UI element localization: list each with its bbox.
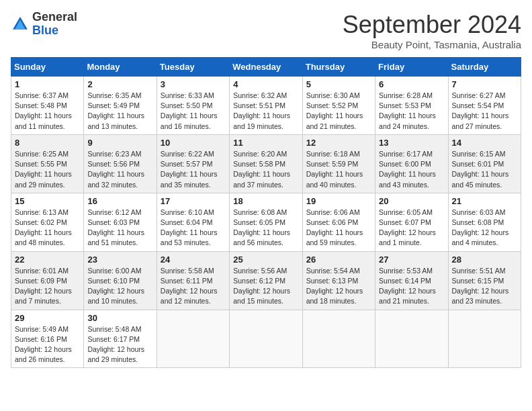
col-thursday: Thursday bbox=[302, 58, 375, 77]
day-detail: Sunrise: 5:51 AMSunset: 6:15 PMDaylight:… bbox=[452, 266, 517, 307]
day-detail: Sunrise: 5:48 AMSunset: 6:17 PMDaylight:… bbox=[87, 324, 152, 365]
col-tuesday: Tuesday bbox=[157, 58, 229, 77]
empty-cell bbox=[302, 310, 375, 368]
day-detail: Sunrise: 6:01 AMSunset: 6:09 PMDaylight:… bbox=[15, 266, 80, 307]
day-number: 13 bbox=[379, 138, 444, 148]
week-row: 8 Sunrise: 6:25 AMSunset: 5:55 PMDayligh… bbox=[11, 134, 521, 193]
day-detail: Sunrise: 5:56 AMSunset: 6:12 PMDaylight:… bbox=[233, 266, 298, 307]
title-block: September 2024 Beauty Point, Tasmania, A… bbox=[343, 11, 521, 50]
day-detail: Sunrise: 6:03 AMSunset: 6:08 PMDaylight:… bbox=[452, 208, 517, 248]
day-cell: 6 Sunrise: 6:28 AMSunset: 5:53 PMDayligh… bbox=[375, 77, 448, 135]
day-number: 5 bbox=[306, 79, 371, 89]
page-header: General Blue September 2024 Beauty Point… bbox=[11, 11, 521, 50]
month-title: September 2024 bbox=[343, 11, 521, 39]
day-number: 20 bbox=[379, 196, 444, 206]
week-row: 15 Sunrise: 6:13 AMSunset: 6:02 PMDaylig… bbox=[11, 193, 521, 251]
day-detail: Sunrise: 6:23 AMSunset: 5:56 PMDaylight:… bbox=[87, 149, 152, 190]
day-cell: 20 Sunrise: 6:05 AMSunset: 6:07 PMDaylig… bbox=[375, 193, 448, 251]
logo-general: General bbox=[32, 10, 77, 24]
day-cell: 25 Sunrise: 5:56 AMSunset: 6:12 PMDaylig… bbox=[230, 251, 302, 310]
day-number: 25 bbox=[233, 255, 298, 265]
day-number: 28 bbox=[452, 255, 517, 265]
day-detail: Sunrise: 5:49 AMSunset: 6:16 PMDaylight:… bbox=[15, 324, 80, 365]
day-cell: 3 Sunrise: 6:33 AMSunset: 5:50 PMDayligh… bbox=[157, 77, 229, 135]
logo-icon bbox=[11, 15, 30, 34]
day-cell: 9 Sunrise: 6:23 AMSunset: 5:56 PMDayligh… bbox=[84, 134, 157, 193]
day-cell: 2 Sunrise: 6:35 AMSunset: 5:49 PMDayligh… bbox=[84, 77, 157, 135]
day-cell: 1 Sunrise: 6:37 AMSunset: 5:48 PMDayligh… bbox=[11, 77, 84, 135]
empty-cell bbox=[230, 310, 302, 368]
day-detail: Sunrise: 5:58 AMSunset: 6:11 PMDaylight:… bbox=[161, 266, 226, 307]
day-number: 27 bbox=[379, 255, 444, 265]
day-cell: 24 Sunrise: 5:58 AMSunset: 6:11 PMDaylig… bbox=[157, 251, 229, 310]
day-number: 22 bbox=[15, 255, 80, 265]
day-cell: 4 Sunrise: 6:32 AMSunset: 5:51 PMDayligh… bbox=[230, 77, 302, 135]
day-detail: Sunrise: 6:08 AMSunset: 6:05 PMDaylight:… bbox=[233, 208, 298, 248]
day-cell: 14 Sunrise: 6:15 AMSunset: 6:01 PMDaylig… bbox=[448, 134, 521, 193]
day-cell: 19 Sunrise: 6:06 AMSunset: 6:06 PMDaylig… bbox=[302, 193, 375, 251]
day-number: 19 bbox=[306, 196, 371, 206]
day-cell: 11 Sunrise: 6:20 AMSunset: 5:58 PMDaylig… bbox=[230, 134, 302, 193]
day-detail: Sunrise: 6:33 AMSunset: 5:50 PMDaylight:… bbox=[161, 91, 226, 132]
day-cell: 17 Sunrise: 6:10 AMSunset: 6:04 PMDaylig… bbox=[157, 193, 229, 251]
logo-text: General Blue bbox=[32, 11, 77, 38]
day-cell: 22 Sunrise: 6:01 AMSunset: 6:09 PMDaylig… bbox=[11, 251, 84, 310]
day-number: 3 bbox=[161, 79, 226, 89]
day-cell: 29 Sunrise: 5:49 AMSunset: 6:16 PMDaylig… bbox=[11, 310, 84, 368]
day-number: 8 bbox=[15, 138, 80, 148]
location-subtitle: Beauty Point, Tasmania, Australia bbox=[343, 39, 521, 50]
week-row: 29 Sunrise: 5:49 AMSunset: 6:16 PMDaylig… bbox=[11, 310, 521, 368]
day-number: 1 bbox=[15, 79, 80, 89]
day-number: 6 bbox=[379, 79, 444, 89]
day-number: 30 bbox=[87, 313, 152, 323]
logo-blue: Blue bbox=[32, 24, 58, 37]
col-sunday: Sunday bbox=[11, 58, 84, 77]
day-number: 23 bbox=[87, 255, 152, 265]
day-detail: Sunrise: 6:12 AMSunset: 6:03 PMDaylight:… bbox=[87, 208, 152, 248]
day-detail: Sunrise: 6:13 AMSunset: 6:02 PMDaylight:… bbox=[15, 208, 80, 248]
day-detail: Sunrise: 6:06 AMSunset: 6:06 PMDaylight:… bbox=[306, 208, 371, 248]
day-number: 10 bbox=[161, 138, 226, 148]
day-detail: Sunrise: 5:53 AMSunset: 6:14 PMDaylight:… bbox=[379, 266, 444, 307]
day-number: 9 bbox=[87, 138, 152, 148]
day-cell: 26 Sunrise: 5:54 AMSunset: 6:13 PMDaylig… bbox=[302, 251, 375, 310]
col-saturday: Saturday bbox=[448, 58, 521, 77]
day-detail: Sunrise: 6:05 AMSunset: 6:07 PMDaylight:… bbox=[379, 208, 444, 248]
day-number: 12 bbox=[306, 138, 371, 148]
day-cell: 10 Sunrise: 6:22 AMSunset: 5:57 PMDaylig… bbox=[157, 134, 229, 193]
logo: General Blue bbox=[11, 11, 77, 38]
day-number: 29 bbox=[15, 313, 80, 323]
day-number: 24 bbox=[161, 255, 226, 265]
day-detail: Sunrise: 6:37 AMSunset: 5:48 PMDaylight:… bbox=[15, 91, 80, 132]
day-number: 2 bbox=[87, 79, 152, 89]
week-row: 22 Sunrise: 6:01 AMSunset: 6:09 PMDaylig… bbox=[11, 251, 521, 310]
day-number: 4 bbox=[233, 79, 298, 89]
empty-cell bbox=[375, 310, 448, 368]
day-cell: 12 Sunrise: 6:18 AMSunset: 5:59 PMDaylig… bbox=[302, 134, 375, 193]
day-cell: 18 Sunrise: 6:08 AMSunset: 6:05 PMDaylig… bbox=[230, 193, 302, 251]
day-number: 26 bbox=[306, 255, 371, 265]
day-cell: 7 Sunrise: 6:27 AMSunset: 5:54 PMDayligh… bbox=[448, 77, 521, 135]
day-detail: Sunrise: 6:17 AMSunset: 6:00 PMDaylight:… bbox=[379, 149, 444, 190]
day-number: 7 bbox=[452, 79, 517, 89]
day-detail: Sunrise: 6:32 AMSunset: 5:51 PMDaylight:… bbox=[233, 91, 298, 132]
day-cell: 27 Sunrise: 5:53 AMSunset: 6:14 PMDaylig… bbox=[375, 251, 448, 310]
calendar-header-row: Sunday Monday Tuesday Wednesday Thursday… bbox=[11, 58, 521, 77]
day-detail: Sunrise: 6:27 AMSunset: 5:54 PMDaylight:… bbox=[452, 91, 517, 132]
day-number: 11 bbox=[233, 138, 298, 148]
day-number: 18 bbox=[233, 196, 298, 206]
day-number: 17 bbox=[161, 196, 226, 206]
day-cell: 8 Sunrise: 6:25 AMSunset: 5:55 PMDayligh… bbox=[11, 134, 84, 193]
col-friday: Friday bbox=[375, 58, 448, 77]
calendar-table: Sunday Monday Tuesday Wednesday Thursday… bbox=[11, 57, 521, 368]
day-detail: Sunrise: 6:35 AMSunset: 5:49 PMDaylight:… bbox=[87, 91, 152, 132]
day-cell: 16 Sunrise: 6:12 AMSunset: 6:03 PMDaylig… bbox=[84, 193, 157, 251]
day-cell: 21 Sunrise: 6:03 AMSunset: 6:08 PMDaylig… bbox=[448, 193, 521, 251]
day-cell: 23 Sunrise: 6:00 AMSunset: 6:10 PMDaylig… bbox=[84, 251, 157, 310]
day-detail: Sunrise: 6:15 AMSunset: 6:01 PMDaylight:… bbox=[452, 149, 517, 190]
day-cell: 5 Sunrise: 6:30 AMSunset: 5:52 PMDayligh… bbox=[302, 77, 375, 135]
day-detail: Sunrise: 6:00 AMSunset: 6:10 PMDaylight:… bbox=[87, 266, 152, 307]
day-detail: Sunrise: 6:10 AMSunset: 6:04 PMDaylight:… bbox=[161, 208, 226, 248]
day-detail: Sunrise: 6:25 AMSunset: 5:55 PMDaylight:… bbox=[15, 149, 80, 190]
day-detail: Sunrise: 6:18 AMSunset: 5:59 PMDaylight:… bbox=[306, 149, 371, 190]
